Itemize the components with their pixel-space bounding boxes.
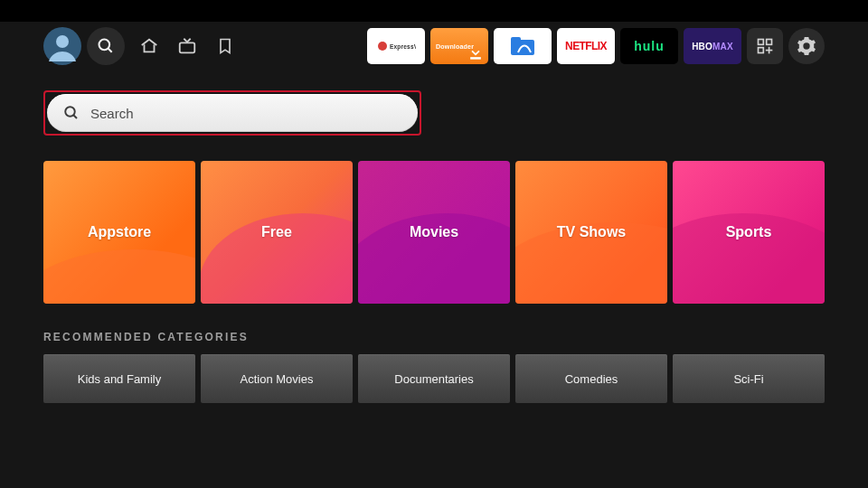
settings-icon[interactable] — [788, 28, 825, 64]
svg-point-1 — [56, 35, 69, 48]
rec-tile[interactable]: Comedies — [515, 354, 667, 403]
app-tile-label: HBOMAX — [692, 42, 733, 52]
tile-free[interactable]: Free — [201, 161, 353, 304]
apps-grid-icon[interactable] — [747, 28, 783, 64]
tile-sports[interactable]: Sports — [673, 161, 825, 304]
svg-point-2 — [99, 40, 110, 51]
tile-label: TV Shows — [557, 224, 626, 240]
svg-rect-7 — [470, 57, 481, 59]
svg-rect-9 — [511, 37, 521, 42]
svg-rect-4 — [180, 42, 195, 52]
svg-point-5 — [378, 42, 387, 51]
search-icon[interactable] — [87, 27, 125, 65]
recommended-title: RECOMMENDED CATEGORIES — [43, 331, 825, 343]
tile-movies[interactable]: Movies — [358, 161, 510, 304]
recommended-row: Kids and Family Action Movies Documentar… — [43, 354, 825, 403]
tile-label: Appstore — [88, 224, 151, 240]
app-tile-label: NETFLIX — [565, 40, 607, 52]
svg-line-16 — [73, 115, 77, 118]
tile-label: Movies — [410, 224, 458, 240]
app-tile-esfile[interactable] — [494, 28, 552, 64]
rec-tile[interactable]: Action Movies — [201, 354, 353, 403]
svg-rect-10 — [759, 40, 764, 45]
rec-tile-label: Sci-Fi — [733, 372, 763, 386]
app-tile-netflix[interactable]: NETFLIX — [557, 28, 615, 64]
profile-avatar[interactable] — [43, 27, 81, 65]
top-bar: ExpressVPN Downloader NETFLIX h — [43, 22, 825, 70]
tile-label: Free — [261, 224, 292, 240]
search-input[interactable]: Search — [47, 94, 418, 132]
tile-label: Sports — [726, 224, 772, 240]
rec-tile-label: Documentaries — [394, 372, 473, 386]
category-tiles-row: Appstore Free Movies TV Shows Sports — [43, 161, 825, 304]
app-tile-hbomax[interactable]: HBOMAX — [684, 28, 741, 64]
rec-tile[interactable]: Documentaries — [358, 354, 510, 403]
home-icon[interactable] — [130, 27, 168, 65]
app-tile-downloader[interactable]: Downloader — [430, 28, 488, 64]
rec-tile-label: Kids and Family — [78, 372, 161, 386]
rec-tile[interactable]: Sci-Fi — [673, 354, 825, 403]
content-area: Search Appstore Free Movies TV Shows Spo… — [0, 70, 868, 403]
tile-tvshows[interactable]: TV Shows — [515, 161, 667, 304]
svg-text:ExpressVPN: ExpressVPN — [390, 43, 416, 51]
svg-point-15 — [65, 107, 75, 117]
app-tile-expressvpn[interactable]: ExpressVPN — [367, 28, 425, 64]
bookmark-icon[interactable] — [206, 27, 244, 65]
svg-line-3 — [108, 49, 112, 52]
fire-tv-home: ExpressVPN Downloader NETFLIX h — [0, 22, 868, 488]
app-tile-label: hulu — [634, 39, 665, 53]
svg-rect-11 — [767, 40, 772, 45]
app-shortcuts: ExpressVPN Downloader NETFLIX h — [367, 28, 825, 64]
rec-tile-label: Action Movies — [241, 372, 314, 386]
rec-tile[interactable]: Kids and Family — [43, 354, 195, 403]
svg-rect-12 — [759, 48, 764, 53]
search-input-highlight: Search — [43, 90, 421, 136]
tile-appstore[interactable]: Appstore — [43, 161, 195, 304]
live-tv-icon[interactable] — [168, 27, 206, 65]
app-tile-hulu[interactable]: hulu — [620, 28, 678, 64]
search-icon — [63, 105, 80, 121]
search-placeholder: Search — [90, 106, 134, 121]
rec-tile-label: Comedies — [565, 372, 618, 386]
